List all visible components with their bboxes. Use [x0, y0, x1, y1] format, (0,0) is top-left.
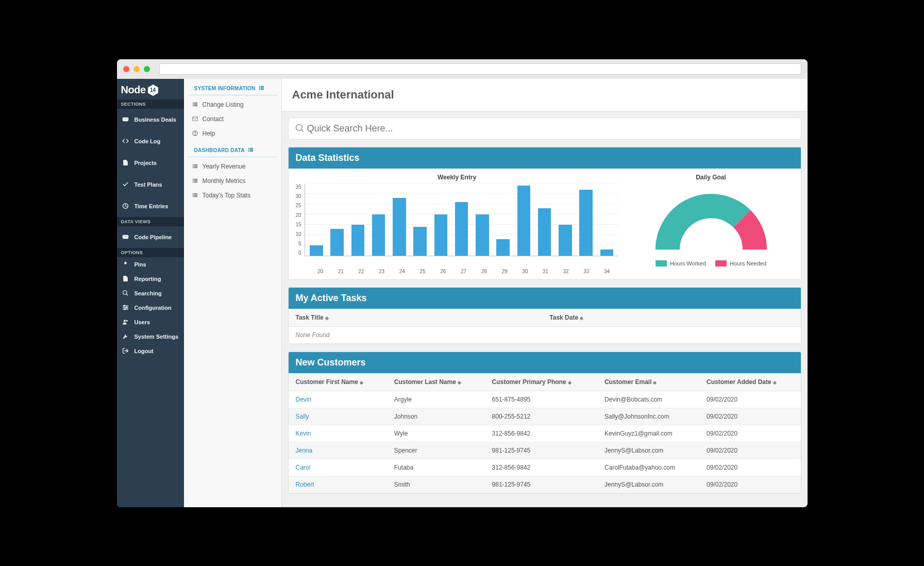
customers-table: Customer First Name◆Customer Last Name◆C… [289, 373, 801, 493]
browser-window: Node 14 SECTIONSBusiness DealsCode LogPr… [117, 59, 808, 507]
legend-item: Hours Worked [656, 260, 706, 267]
customer-first-name-link[interactable]: Sally [296, 413, 309, 420]
svg-point-11 [124, 305, 125, 306]
sub-contact[interactable]: Contact [184, 112, 281, 126]
nav-pins[interactable]: Pins [117, 257, 184, 272]
sidebar-item-label: Configuration [135, 305, 172, 311]
chart-bar [600, 249, 614, 256]
nav-business-deals[interactable]: Business Deals [117, 109, 184, 130]
nav-users[interactable]: Users [117, 315, 184, 329]
list-icon [192, 178, 198, 184]
check-icon [122, 181, 129, 188]
customer-phone: 312-856-9842 [485, 459, 598, 476]
x-tick-label: 27 [457, 267, 470, 274]
x-tick-label: 26 [436, 267, 449, 274]
sub-yearly-revenue[interactable]: Yearly Revenue [184, 159, 281, 174]
window-minimize-icon[interactable] [133, 66, 140, 72]
panel-active-tasks: My Active Tasks Task Title◆Task Date◆ No… [288, 287, 801, 344]
customer-first-name-link[interactable]: Carol [296, 464, 311, 471]
chart-title: Weekly Entry [296, 174, 618, 181]
table-column-header[interactable]: Customer First Name◆ [289, 373, 387, 391]
nav-reporting[interactable]: Reporting [117, 272, 184, 286]
sort-icon: ◆ [580, 315, 583, 321]
nav-searching[interactable]: Searching [117, 286, 184, 301]
weekly-entry-chart: Weekly Entry 35302520151050 202122232425… [296, 174, 618, 274]
customer-first-name-link[interactable]: Kevin [296, 430, 311, 437]
search-input[interactable] [305, 118, 795, 139]
svg-rect-17 [259, 86, 260, 87]
chart-bar [496, 239, 510, 256]
sub-monthly-metrics[interactable]: Monthly Metrics [184, 174, 281, 188]
svg-rect-28 [194, 105, 197, 106]
sub-todays-top-stats[interactable]: Today's Top Stats [184, 188, 281, 203]
chart-bar [559, 225, 572, 256]
nav-system-settings[interactable]: System Settings [117, 329, 184, 344]
customer-phone: 981-125-9745 [485, 476, 598, 493]
sidebar-item-label: Test Plans [135, 181, 162, 188]
svg-rect-43 [193, 179, 194, 180]
table-row: Robert Smith 981-125-9745 JennyS@Labsor.… [289, 476, 801, 493]
window-close-icon[interactable] [123, 66, 129, 72]
mail-icon [192, 116, 198, 122]
sidebar-item-label: Code Pipeline [135, 234, 172, 240]
nav-test-plans[interactable]: Test Plans [117, 174, 184, 195]
svg-rect-23 [193, 103, 194, 104]
sort-icon: ◆ [325, 315, 329, 321]
quick-search[interactable] [288, 118, 801, 140]
customer-first-name-link[interactable]: Robert [296, 481, 314, 488]
svg-rect-24 [194, 103, 197, 104]
nav-code-log[interactable]: Code Log [117, 130, 184, 152]
svg-rect-38 [194, 164, 197, 165]
table-column-header[interactable]: Task Title◆ [289, 309, 543, 327]
x-tick-label: 31 [539, 267, 552, 274]
svg-rect-21 [259, 89, 260, 90]
customer-last-name: Spencer [387, 442, 485, 459]
chart-bar [310, 245, 323, 256]
panel-header: My Active Tasks [289, 288, 801, 309]
panel-new-customers: New Customers Customer First Name◆Custom… [288, 352, 801, 494]
chart-bar [579, 190, 593, 255]
sub-help[interactable]: Help [184, 126, 281, 141]
sub-section-header: DASHBOARD DATA [188, 141, 277, 157]
nav-time-entries[interactable]: Time Entries [117, 195, 184, 217]
customer-last-name: Futaba [387, 459, 485, 476]
table-column-header[interactable]: Customer Last Name◆ [387, 373, 485, 391]
nav-code-pipeline[interactable]: Code Pipeline [117, 226, 184, 248]
url-bar[interactable] [159, 63, 801, 75]
card-icon [122, 116, 129, 123]
svg-rect-47 [193, 181, 194, 182]
svg-point-13 [124, 309, 125, 310]
sub-change-listing[interactable]: Change Listing [184, 97, 281, 112]
logout-icon [122, 347, 129, 355]
customer-last-name: Argyle [387, 391, 485, 408]
table-column-header[interactable]: Task Date◆ [542, 309, 800, 327]
svg-rect-18 [260, 86, 263, 87]
sub-item-label: Yearly Revenue [203, 163, 246, 170]
nav-projects[interactable]: Projects [117, 152, 184, 174]
x-tick-label: 32 [560, 267, 573, 274]
sidebar-section-header: DATA VIEWS [117, 217, 184, 226]
svg-rect-34 [249, 149, 253, 150]
table-column-header[interactable]: Customer Email◆ [597, 373, 699, 391]
sort-icon: ◆ [568, 380, 572, 385]
sidebar-item-label: System Settings [135, 334, 179, 340]
sidebar-section-header: SECTIONS [117, 99, 184, 109]
customer-added-date: 09/02/2020 [699, 442, 800, 459]
customer-phone: 981-125-9745 [485, 442, 598, 459]
customer-added-date: 09/02/2020 [699, 476, 800, 493]
sidebar-item-label: Users [135, 319, 150, 325]
customer-first-name-link[interactable]: Devin [296, 396, 312, 403]
chart-bar [351, 225, 365, 256]
table-column-header[interactable]: Customer Added Date◆ [699, 373, 800, 391]
table-column-header[interactable]: Customer Primary Phone◆ [485, 373, 598, 391]
nav-configuration[interactable]: Configuration [117, 301, 184, 315]
tasks-table: Task Title◆Task Date◆ None Found [289, 309, 801, 344]
sub-item-label: Change Listing [203, 101, 244, 108]
customer-first-name-link[interactable]: Jenna [296, 447, 313, 454]
nav-logout[interactable]: Logout [117, 344, 184, 358]
svg-point-14 [124, 320, 126, 322]
window-maximize-icon[interactable] [144, 66, 150, 72]
x-tick-label: 21 [334, 267, 347, 274]
sub-section-header: SYSTEM INFORMATION [188, 79, 277, 95]
svg-rect-5 [123, 236, 128, 237]
